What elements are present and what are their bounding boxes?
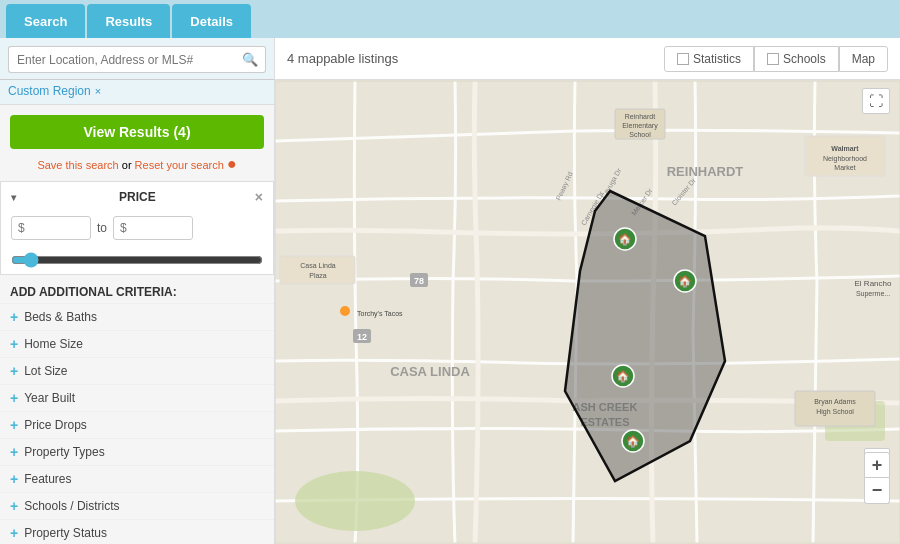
listings-count: 4 mappable listings <box>287 51 664 66</box>
schools-label: Schools <box>783 52 826 66</box>
svg-point-2 <box>295 471 415 531</box>
svg-text:High School: High School <box>816 408 854 416</box>
criteria-label: Beds & Baths <box>24 310 97 324</box>
criteria-label: Schools / Districts <box>24 499 119 513</box>
criteria-label: Property Types <box>24 445 104 459</box>
add-criteria-header: ADD ADDITIONAL CRITERIA: <box>0 277 274 303</box>
save-reset-row: Save this search or Reset your search ● <box>0 153 274 181</box>
plus-icon: + <box>10 390 18 406</box>
search-input[interactable] <box>8 46 235 73</box>
svg-text:🏠: 🏠 <box>678 274 692 288</box>
criteria-lot-size[interactable]: + Lot Size <box>0 357 274 384</box>
expand-icon: ⛶ <box>869 93 883 109</box>
zoom-in-button[interactable]: + <box>864 452 890 478</box>
price-max-input[interactable] <box>113 216 193 240</box>
custom-region-label: Custom Region <box>8 84 91 98</box>
map-svg: Reinhardt Elementary School Walmart Neig… <box>275 80 900 544</box>
custom-region-tag: Custom Region × <box>0 80 274 105</box>
map-zoom-controls: + − <box>864 452 890 504</box>
price-arrow: ▾ <box>11 192 16 203</box>
search-bar: 🔍 <box>0 38 274 80</box>
plus-icon: + <box>10 498 18 514</box>
plus-icon: + <box>10 471 18 487</box>
svg-text:Reinhardt: Reinhardt <box>625 113 655 120</box>
svg-text:12: 12 <box>357 332 367 342</box>
criteria-price-drops[interactable]: + Price Drops <box>0 411 274 438</box>
svg-text:78: 78 <box>414 276 424 286</box>
svg-text:REINHARDT: REINHARDT <box>667 164 744 179</box>
reset-search-link[interactable]: Reset your search <box>135 159 224 171</box>
svg-text:Plaza: Plaza <box>309 272 327 279</box>
criteria-home-size[interactable]: + Home Size <box>0 330 274 357</box>
warning-dot: ● <box>227 155 237 172</box>
criteria-label: Features <box>24 472 71 486</box>
svg-text:Bryan Adams: Bryan Adams <box>814 398 856 406</box>
price-slider[interactable] <box>11 252 263 268</box>
criteria-beds-baths[interactable]: + Beds & Baths <box>0 303 274 330</box>
price-header[interactable]: ▾ PRICE × <box>1 182 273 212</box>
tab-search[interactable]: Search <box>6 4 85 38</box>
view-results-button[interactable]: View Results (4) <box>10 115 264 149</box>
criteria-label: Lot Size <box>24 364 67 378</box>
svg-text:Walmart: Walmart <box>831 145 859 152</box>
svg-text:🏠: 🏠 <box>616 369 630 383</box>
sidebar: 🔍 Custom Region × View Results (4) Save … <box>0 38 275 544</box>
price-section: ▾ PRICE × to <box>0 181 274 275</box>
svg-point-20 <box>340 306 350 316</box>
tab-details[interactable]: Details <box>172 4 251 38</box>
criteria-label: Price Drops <box>24 418 87 432</box>
criteria-label: Home Size <box>24 337 83 351</box>
svg-text:Superme...: Superme... <box>856 290 890 298</box>
schools-checkbox <box>767 53 779 65</box>
svg-text:Neighborhood: Neighborhood <box>823 155 867 163</box>
map-expand-button[interactable]: ⛶ <box>862 88 890 114</box>
svg-text:School: School <box>629 131 651 138</box>
svg-text:Torchy's Tacos: Torchy's Tacos <box>357 310 403 318</box>
criteria-features[interactable]: + Features <box>0 465 274 492</box>
statistics-checkbox <box>677 53 689 65</box>
criteria-property-status[interactable]: + Property Status <box>0 519 274 544</box>
svg-text:🏠: 🏠 <box>618 232 632 246</box>
statistics-toggle[interactable]: Statistics <box>664 46 754 72</box>
top-tabs: Search Results Details <box>0 0 900 38</box>
map-topbar: 4 mappable listings Statistics Schools M… <box>275 38 900 80</box>
plus-icon: + <box>10 363 18 379</box>
plus-icon: + <box>10 309 18 325</box>
tab-results[interactable]: Results <box>87 4 170 38</box>
svg-text:Elementary: Elementary <box>622 122 658 130</box>
plus-icon: + <box>10 336 18 352</box>
map-label: Map <box>852 52 875 66</box>
plus-icon: + <box>10 444 18 460</box>
search-icon: 🔍 <box>242 52 258 67</box>
main-layout: 🔍 Custom Region × View Results (4) Save … <box>0 38 900 544</box>
statistics-label: Statistics <box>693 52 741 66</box>
map-area: 4 mappable listings Statistics Schools M… <box>275 38 900 544</box>
svg-text:CASA LINDA: CASA LINDA <box>390 364 470 379</box>
price-min-input[interactable] <box>11 216 91 240</box>
save-search-link[interactable]: Save this search <box>37 159 118 171</box>
price-label: PRICE <box>119 190 156 204</box>
svg-text:El Rancho: El Rancho <box>855 279 892 288</box>
map-toggles: Statistics Schools Map <box>664 46 888 72</box>
map-container[interactable]: Reinhardt Elementary School Walmart Neig… <box>275 80 900 544</box>
criteria-schools-districts[interactable]: + Schools / Districts <box>0 492 274 519</box>
criteria-label: Property Status <box>24 526 107 540</box>
price-to-label: to <box>97 221 107 235</box>
price-inputs: to <box>1 212 273 248</box>
price-close[interactable]: × <box>255 189 263 205</box>
svg-text:🏠: 🏠 <box>626 434 640 448</box>
schools-toggle[interactable]: Schools <box>754 46 839 72</box>
criteria-label: Year Built <box>24 391 75 405</box>
zoom-out-button[interactable]: − <box>864 478 890 504</box>
map-toggle[interactable]: Map <box>839 46 888 72</box>
svg-rect-17 <box>280 256 355 284</box>
criteria-year-built[interactable]: + Year Built <box>0 384 274 411</box>
svg-text:Market: Market <box>834 164 855 171</box>
custom-region-close[interactable]: × <box>95 85 101 97</box>
search-button[interactable]: 🔍 <box>235 46 266 73</box>
plus-icon: + <box>10 417 18 433</box>
plus-icon: + <box>10 525 18 541</box>
svg-text:Casa Linda: Casa Linda <box>300 262 336 269</box>
criteria-list: + Beds & Baths + Home Size + Lot Size + … <box>0 303 274 544</box>
criteria-property-types[interactable]: + Property Types <box>0 438 274 465</box>
